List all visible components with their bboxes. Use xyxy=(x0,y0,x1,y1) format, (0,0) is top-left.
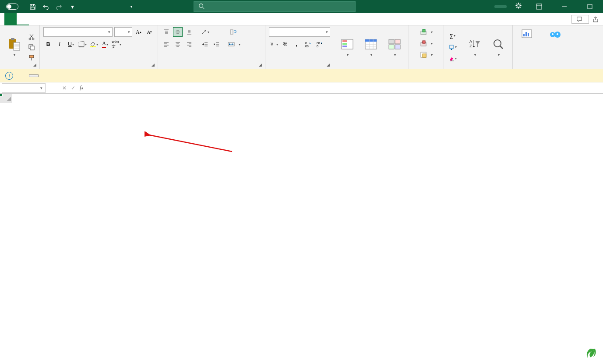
launcher-icon[interactable]: ◢ xyxy=(327,63,332,68)
toggle-switch[interactable] xyxy=(6,4,18,10)
tab-review[interactable] xyxy=(78,13,90,25)
cut-icon[interactable] xyxy=(27,33,36,41)
tab-view[interactable] xyxy=(90,13,102,25)
number-label xyxy=(269,67,329,68)
ribbon-display-icon[interactable] xyxy=(530,0,548,13)
bold-icon[interactable]: B xyxy=(43,39,53,49)
fx-icon[interactable]: fx xyxy=(80,85,84,91)
group-save-baidu xyxy=(541,25,569,69)
save-icon[interactable] xyxy=(29,3,36,10)
align-center-icon[interactable] xyxy=(173,39,183,49)
decrease-font-icon[interactable]: A▾ xyxy=(145,27,154,37)
decrease-decimal-icon[interactable]: .00.0 xyxy=(314,39,324,49)
svg-rect-29 xyxy=(395,45,400,49)
message-bar: i xyxy=(0,69,603,82)
align-left-icon[interactable] xyxy=(162,39,171,49)
tab-formulas[interactable] xyxy=(53,13,66,25)
format-cells-button[interactable]: ▾ xyxy=(413,50,440,60)
tab-help[interactable] xyxy=(102,13,115,25)
align-top-icon[interactable] xyxy=(162,27,171,37)
font-name-combo[interactable]: ▾ xyxy=(43,27,113,37)
underline-icon[interactable]: U▾ xyxy=(66,39,76,49)
find-select-button[interactable]: ▾ xyxy=(488,27,509,67)
enter-icon[interactable]: ✓ xyxy=(71,85,75,91)
conditional-format-button[interactable]: ▾ xyxy=(337,27,358,67)
filename[interactable]: ▾ xyxy=(128,5,132,9)
accounting-icon[interactable]: ¥▾ xyxy=(269,39,279,49)
svg-point-0 xyxy=(199,4,203,7)
increase-font-icon[interactable]: A▴ xyxy=(134,27,143,37)
spreadsheet-grid[interactable] xyxy=(0,94,603,364)
login-button[interactable] xyxy=(494,5,507,8)
tab-baidu[interactable] xyxy=(115,13,127,25)
name-box[interactable]: ▾ xyxy=(2,83,46,93)
sort-filter-button[interactable]: AZ ▾ xyxy=(464,27,485,67)
merge-center-button[interactable]: ▾ xyxy=(226,39,243,49)
font-color-icon[interactable]: A▾ xyxy=(100,39,110,49)
autosum-icon[interactable]: ∑▾ xyxy=(448,31,457,41)
align-middle-icon[interactable] xyxy=(173,27,183,37)
increase-decimal-icon[interactable]: .0.00 xyxy=(303,39,313,49)
comma-icon[interactable]: , xyxy=(292,39,301,49)
fill-icon[interactable]: ▾ xyxy=(448,42,457,52)
format-painter-icon[interactable] xyxy=(27,54,36,62)
svg-rect-21 xyxy=(342,40,347,42)
autosave-toggle[interactable] xyxy=(0,4,25,10)
coming-soon-icon[interactable] xyxy=(515,2,522,11)
svg-rect-43 xyxy=(528,33,529,36)
insert-cells-button[interactable]: ▾ xyxy=(413,27,440,37)
cell-styles-button[interactable]: ▾ xyxy=(384,27,405,67)
redo-icon[interactable] xyxy=(55,3,62,10)
svg-rect-13 xyxy=(230,30,233,34)
border-icon[interactable]: ▾ xyxy=(78,39,87,49)
launcher-icon[interactable]: ◢ xyxy=(152,63,157,68)
maximize-icon[interactable] xyxy=(581,0,599,13)
sort-filter-icon: AZ xyxy=(468,37,482,51)
format-table-button[interactable]: ▾ xyxy=(360,27,381,67)
copy-icon[interactable] xyxy=(27,43,36,51)
launcher-icon[interactable]: ◢ xyxy=(259,63,264,68)
undo-icon[interactable] xyxy=(42,3,49,10)
wrap-text-button[interactable] xyxy=(226,27,243,37)
align-right-icon[interactable] xyxy=(184,39,194,49)
search-box[interactable] xyxy=(194,1,356,12)
svg-rect-41 xyxy=(523,34,525,36)
select-all-button[interactable] xyxy=(0,94,12,102)
cancel-icon[interactable]: ✕ xyxy=(62,85,67,91)
phonetic-icon[interactable]: wén文▾ xyxy=(112,39,121,49)
comment-button[interactable] xyxy=(571,15,589,24)
tab-insert[interactable] xyxy=(29,13,41,25)
formula-bar: ▾ ✕ ✓ fx xyxy=(0,82,603,94)
tab-layout[interactable] xyxy=(41,13,53,25)
svg-point-47 xyxy=(557,33,558,35)
font-size-combo[interactable]: ▾ xyxy=(114,27,132,37)
tab-file[interactable] xyxy=(4,13,17,25)
svg-rect-10 xyxy=(29,55,34,58)
tab-data[interactable] xyxy=(66,13,78,25)
styles-label xyxy=(337,67,405,68)
align-bottom-icon[interactable] xyxy=(184,27,194,37)
percent-icon[interactable]: % xyxy=(280,39,290,49)
launcher-icon[interactable]: ◢ xyxy=(33,63,39,68)
increase-indent-icon[interactable] xyxy=(212,39,221,49)
svg-point-46 xyxy=(552,33,554,35)
fill-color-icon[interactable]: ▾ xyxy=(89,39,99,49)
minimize-icon[interactable] xyxy=(556,0,573,13)
chevron-down-icon: ▾ xyxy=(14,53,15,57)
activate-button[interactable] xyxy=(29,74,39,77)
clear-icon[interactable]: ▾ xyxy=(448,54,457,64)
orientation-icon[interactable]: ▾ xyxy=(200,27,210,37)
decrease-indent-icon[interactable] xyxy=(200,39,210,49)
analyze-button[interactable] xyxy=(516,27,537,42)
save-baidu-button[interactable] xyxy=(545,27,566,42)
delete-cells-button[interactable]: ▾ xyxy=(413,39,440,48)
svg-rect-2 xyxy=(588,4,592,9)
group-font: ▾ ▾ A▴ A▾ B I U▾ ▾ ▾ A▾ wén文▾ ◢ xyxy=(40,25,158,69)
italic-icon[interactable]: I xyxy=(55,39,64,49)
share-icon[interactable] xyxy=(592,15,599,23)
number-format-combo[interactable]: ▾ xyxy=(269,27,330,37)
paste-button[interactable]: ▾ xyxy=(4,27,25,67)
qat-dropdown-icon[interactable]: ▾ xyxy=(69,3,76,10)
tab-home[interactable] xyxy=(17,13,29,25)
filename-dropdown-icon[interactable]: ▾ xyxy=(130,5,132,9)
